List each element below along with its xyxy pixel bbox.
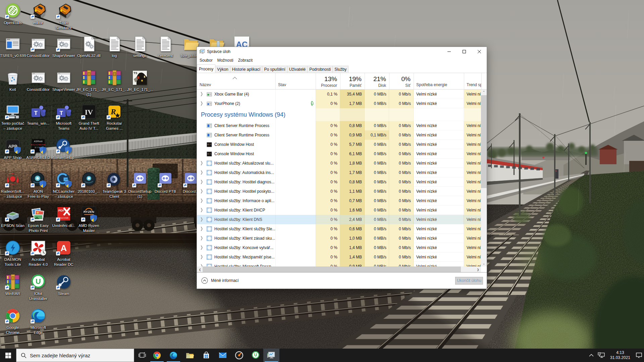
svg-text:IV: IV bbox=[85, 108, 93, 116]
svg-text:U: U bbox=[254, 353, 257, 357]
svg-text:T: T bbox=[34, 110, 38, 116]
svg-text:C:\: C:\ bbox=[208, 153, 211, 155]
svg-text:View & Edit: View & Edit bbox=[59, 217, 68, 219]
svg-text:PDF: PDF bbox=[58, 209, 65, 212]
svg-text:ASRock: ASRock bbox=[34, 140, 43, 142]
svg-text:T: T bbox=[60, 110, 63, 116]
svg-text:A: A bbox=[61, 243, 67, 253]
svg-text:R: R bbox=[110, 107, 116, 116]
svg-text:RYZEN: RYZEN bbox=[84, 210, 94, 214]
svg-text:C:\: C:\ bbox=[208, 143, 211, 146]
svg-text:U: U bbox=[36, 277, 41, 286]
svg-text:POLYCHROME: POLYCHROME bbox=[31, 143, 46, 146]
svg-text:TS: TS bbox=[133, 71, 138, 75]
